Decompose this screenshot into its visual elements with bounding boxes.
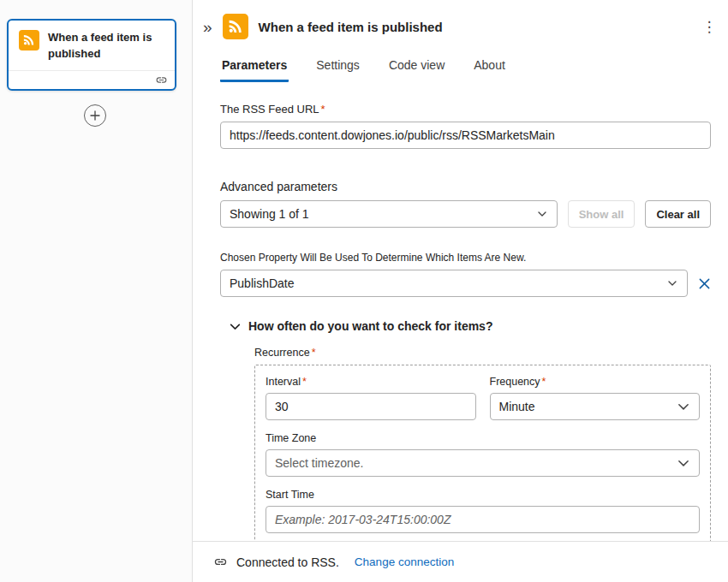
frequency-field: Frequency* Minute: [490, 376, 701, 420]
change-connection-link[interactable]: Change connection: [355, 555, 454, 568]
check-frequency-section-toggle[interactable]: How often do you want to check for items…: [229, 319, 711, 333]
trigger-card[interactable]: When a feed item is published: [7, 19, 176, 91]
chevron-down-icon: [677, 456, 690, 470]
start-time-input[interactable]: [266, 506, 700, 533]
advanced-filter-value: Showing 1 of 1: [230, 207, 309, 221]
connection-footer: Connected to RSS. Change connection: [193, 541, 728, 582]
more-vertical-icon: ⋮: [702, 18, 717, 36]
tab-code-view[interactable]: Code view: [387, 58, 446, 82]
interval-input[interactable]: [266, 393, 476, 420]
rss-connector-icon: [19, 30, 39, 50]
timezone-placeholder: Select timezone.: [275, 456, 364, 470]
required-asterisk: *: [542, 376, 546, 388]
chevron-down-icon: [677, 400, 690, 413]
start-time-field: Start Time: [266, 489, 700, 533]
required-asterisk: *: [321, 103, 325, 116]
more-options-button[interactable]: ⋮: [697, 15, 721, 39]
advanced-parameters-label: Advanced parameters: [220, 180, 711, 193]
chevron-down-icon: [229, 320, 242, 333]
trigger-card-footer: [9, 70, 175, 89]
chosen-property-value: PublishDate: [230, 276, 295, 290]
rss-connector-icon: [223, 14, 248, 39]
clear-all-button[interactable]: Clear all: [645, 200, 711, 228]
chosen-property-label: Chosen Property Will Be Used To Determin…: [220, 252, 711, 264]
double-chevron-right-icon: »: [203, 19, 212, 35]
show-all-button[interactable]: Show all: [568, 200, 636, 228]
remove-property-button[interactable]: [698, 277, 711, 290]
recurrence-editor: Interval* Frequency* Minute: [254, 365, 711, 541]
start-time-label: Start Time: [266, 489, 700, 501]
timezone-field: Time Zone Select timezone.: [266, 432, 700, 477]
plus-icon: [89, 110, 101, 122]
panel-header: » When a feed item is published ⋮: [193, 0, 728, 48]
parameters-tab-content: The RSS Feed URL* Advanced parameters Sh…: [193, 82, 728, 541]
trigger-config-panel: » When a feed item is published ⋮ Parame…: [193, 0, 728, 582]
panel-tabs: Parameters Settings Code view About: [193, 48, 728, 82]
chosen-property-dropdown[interactable]: PublishDate: [220, 270, 688, 297]
check-frequency-section-title: How often do you want to check for items…: [248, 319, 492, 333]
advanced-parameters-row: Showing 1 of 1 Show all Clear all: [220, 200, 711, 228]
flow-canvas: When a feed item is published: [0, 0, 193, 582]
recurrence-group: Recurrence* Interval* Frequency*: [254, 347, 711, 541]
interval-label: Interval*: [266, 376, 476, 388]
add-action-button[interactable]: [84, 104, 106, 127]
chevron-down-icon: [536, 208, 548, 220]
frequency-dropdown[interactable]: Minute: [490, 393, 701, 420]
flow-designer: When a feed item is published »: [0, 0, 728, 582]
required-asterisk: *: [302, 376, 307, 388]
feed-url-input[interactable]: [220, 122, 711, 149]
frequency-label: Frequency*: [490, 376, 701, 388]
recurrence-label: Recurrence*: [254, 347, 711, 359]
trigger-card-title: When a feed item is published: [48, 30, 159, 62]
interval-field: Interval*: [266, 376, 476, 420]
frequency-value: Minute: [499, 400, 535, 413]
tab-settings[interactable]: Settings: [314, 58, 361, 82]
dismiss-icon: [698, 277, 711, 290]
tab-parameters[interactable]: Parameters: [220, 58, 289, 82]
chosen-property-row: PublishDate: [220, 270, 711, 297]
required-asterisk: *: [312, 347, 316, 359]
timezone-dropdown[interactable]: Select timezone.: [266, 449, 700, 477]
chevron-down-icon: [666, 277, 678, 289]
timezone-label: Time Zone: [266, 432, 700, 444]
connection-link-icon: [155, 74, 168, 86]
tab-about[interactable]: About: [472, 58, 507, 82]
connection-link-icon: [213, 555, 228, 569]
collapse-panel-button[interactable]: »: [203, 19, 212, 35]
panel-title: When a feed item is published: [259, 20, 443, 34]
advanced-filter-dropdown[interactable]: Showing 1 of 1: [220, 200, 558, 228]
trigger-card-main: When a feed item is published: [9, 21, 175, 70]
feed-url-label: The RSS Feed URL*: [220, 103, 711, 116]
connected-status-text: Connected to RSS.: [236, 555, 339, 569]
